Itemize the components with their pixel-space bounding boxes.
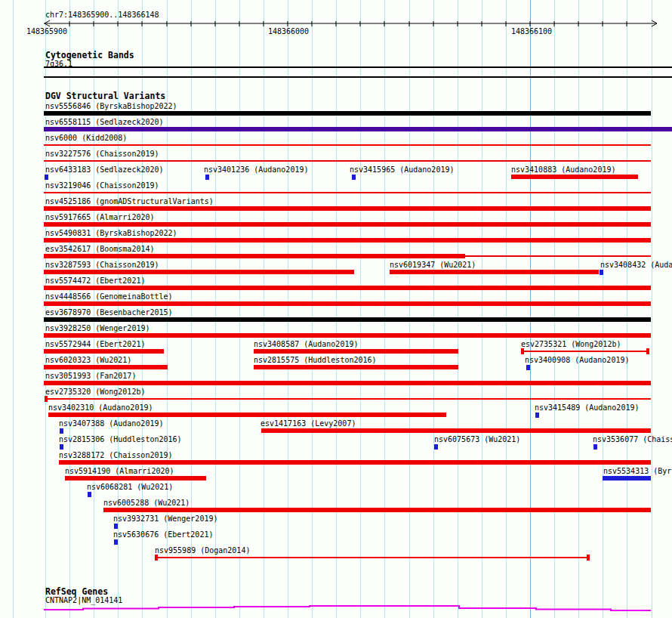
- variant-label[interactable]: nsv3400908 (Audano2019): [525, 356, 629, 364]
- variant-bar-glyph[interactable]: [44, 127, 672, 131]
- variant-bar-glyph[interactable]: [44, 365, 168, 369]
- variant-label[interactable]: nsv2815306 (Huddleston2016): [59, 435, 182, 443]
- variant-bar-glyph[interactable]: [44, 301, 651, 306]
- variant-square-glyph[interactable]: [114, 539, 118, 545]
- variant-square-glyph[interactable]: [60, 428, 63, 434]
- variant-label[interactable]: nsv5917665 (Almarri2020): [45, 213, 155, 221]
- variant-label[interactable]: nsv3415965 (Audano2019): [350, 165, 454, 174]
- variant-bar-glyph[interactable]: [103, 508, 651, 512]
- variant-label[interactable]: nsv3401236 (Audano2019): [204, 165, 308, 174]
- variant-square-glyph[interactable]: [45, 175, 48, 180]
- variant-square-glyph[interactable]: [352, 175, 356, 180]
- variant-label[interactable]: nsv6019347 (Wu2021): [390, 261, 476, 269]
- section-header-cytogenetic: Cytogenetic Bands: [45, 51, 134, 60]
- variant-label[interactable]: nsv4448566 (GenomeinaBottle): [45, 292, 173, 301]
- variant-interval-glyph[interactable]: [45, 398, 651, 400]
- variant-square-glyph[interactable]: [60, 444, 63, 450]
- variant-label[interactable]: nsv3407388 (Audano2019): [59, 419, 163, 428]
- variant-bar-glyph[interactable]: [44, 254, 465, 258]
- variant-label[interactable]: esv1417163 (Levy2007): [260, 419, 356, 428]
- variant-bar-glyph[interactable]: [44, 333, 651, 338]
- variant-label[interactable]: nsv3415489 (Audano2019): [535, 403, 639, 412]
- variant-interval-glyph[interactable]: [155, 555, 158, 561]
- variant-bar-glyph[interactable]: [59, 460, 651, 465]
- variant-label[interactable]: esv3542617 (Boomsma2014): [45, 245, 155, 253]
- variant-interval-glyph[interactable]: [45, 396, 48, 402]
- variant-bar-glyph[interactable]: [44, 317, 651, 322]
- variant-square-glyph[interactable]: [593, 444, 597, 450]
- variant-label[interactable]: nsv5572944 (Ebert2021): [45, 340, 145, 348]
- variant-line-glyph[interactable]: [44, 144, 651, 146]
- variant-interval-glyph[interactable]: [646, 348, 649, 354]
- variant-label[interactable]: nsv5574472 (Ebert2021): [45, 277, 145, 285]
- variant-bar-glyph[interactable]: [254, 365, 458, 369]
- variant-bar-glyph[interactable]: [254, 349, 458, 354]
- variant-label[interactable]: nsv5556846 (ByrskaBishop2022): [45, 102, 177, 110]
- variant-label[interactable]: nsv3536077 (Chaiss: [593, 435, 672, 443]
- variant-label[interactable]: nsv5490831 (ByrskaBishop2022): [45, 229, 177, 237]
- variant-label[interactable]: nsv6020323 (Wu2021): [45, 356, 131, 364]
- variant-label[interactable]: nsv3408432 (Auda: [600, 261, 672, 269]
- variant-bar-glyph[interactable]: [44, 238, 651, 243]
- variant-label[interactable]: nsv3051993 (Fan2017): [45, 372, 136, 380]
- variant-bar-glyph[interactable]: [261, 428, 651, 433]
- variant-interval-glyph[interactable]: [521, 351, 649, 352]
- variant-bar-glyph[interactable]: [48, 413, 446, 417]
- variant-label[interactable]: nsv3288172 (Chaisson2019): [59, 451, 173, 459]
- variant-interval-glyph[interactable]: [521, 348, 524, 354]
- variant-bar-glyph[interactable]: [65, 476, 206, 480]
- variant-square-glyph[interactable]: [88, 492, 91, 497]
- variant-label[interactable]: esv3678970 (Besenbacher2015): [45, 308, 173, 317]
- variant-bar-glyph[interactable]: [44, 270, 354, 274]
- variant-label[interactable]: esv2735320 (Wong2012b): [45, 388, 145, 396]
- variant-label[interactable]: nsv6075673 (Wu2021): [434, 435, 520, 443]
- grid-line: [288, 0, 288, 618]
- variant-label[interactable]: nsv6558115 (Sedlazeck2020): [45, 118, 164, 126]
- variant-label[interactable]: nsv3402310 (Audano2019): [48, 403, 153, 412]
- variant-square-glyph[interactable]: [526, 365, 530, 370]
- variant-line-glyph[interactable]: [44, 160, 651, 162]
- variant-interval-glyph[interactable]: [587, 555, 590, 561]
- variant-bar-glyph[interactable]: [603, 476, 651, 480]
- variant-label[interactable]: nsv5630676 (Ebert2021): [113, 530, 213, 539]
- variant-label[interactable]: nsv5534313 (Byr: [603, 467, 671, 475]
- variant-label[interactable]: nsv3408587 (Audano2019): [254, 340, 358, 348]
- variant-bar-glyph[interactable]: [511, 175, 638, 179]
- grid-line: [458, 0, 458, 618]
- variant-label[interactable]: nsv6005288 (Wu2021): [103, 499, 190, 507]
- variant-label[interactable]: nsv6068281 (Wu2021): [87, 483, 173, 491]
- variant-bar-glyph[interactable]: [44, 222, 651, 227]
- variant-label[interactable]: nsv6433183 (Sedlazeck2020): [45, 165, 164, 174]
- variant-square-glyph[interactable]: [600, 270, 603, 275]
- variant-label[interactable]: nsv3219046 (Chaisson2019): [45, 181, 159, 190]
- variant-label[interactable]: nsv955989 (Dogan2014): [155, 546, 250, 555]
- variant-bar-glyph[interactable]: [44, 206, 651, 211]
- variant-label[interactable]: nsv3928250 (Wenger2019): [45, 324, 150, 332]
- variant-label[interactable]: nsv3227576 (Chaisson2019): [45, 150, 159, 158]
- cytoband-box[interactable]: [44, 66, 672, 78]
- variant-square-glyph[interactable]: [434, 444, 438, 450]
- variant-bar-glyph[interactable]: [390, 270, 599, 274]
- variant-label[interactable]: nsv3932731 (Wenger2019): [113, 514, 217, 523]
- variant-square-glyph[interactable]: [114, 524, 118, 529]
- variant-line-glyph[interactable]: [44, 192, 651, 193]
- variant-bar-glyph[interactable]: [44, 349, 164, 354]
- variant-label[interactable]: nsv2815575 (Huddleston2016): [254, 356, 377, 364]
- grid-line: [384, 0, 385, 618]
- variant-bar-glyph[interactable]: [44, 111, 651, 116]
- variant-label[interactable]: nsv3287593 (Chaisson2019): [45, 261, 159, 269]
- variant-label[interactable]: nsv5914190 (Almarri2020): [65, 467, 174, 475]
- variant-bar-glyph[interactable]: [44, 381, 651, 385]
- grid-line: [578, 0, 579, 618]
- variant-square-glyph[interactable]: [205, 175, 209, 180]
- variant-square-glyph[interactable]: [535, 413, 539, 418]
- variant-label[interactable]: nsv3410883 (Audano2019): [511, 165, 615, 174]
- variant-label[interactable]: nsv6000 (Kidd2008): [45, 134, 127, 142]
- gene-structure-line[interactable]: [0, 603, 672, 618]
- genome-browser-view: chr7:148365900..148366148 14836590014836…: [0, 0, 672, 618]
- variant-bar-glyph[interactable]: [44, 286, 651, 290]
- variant-label[interactable]: nsv4525186 (gnomADStructuralVariants): [45, 197, 214, 205]
- variant-line-glyph[interactable]: [465, 255, 651, 257]
- variant-label[interactable]: esv2735321 (Wong2012b): [521, 340, 621, 348]
- variant-interval-glyph[interactable]: [155, 557, 590, 558]
